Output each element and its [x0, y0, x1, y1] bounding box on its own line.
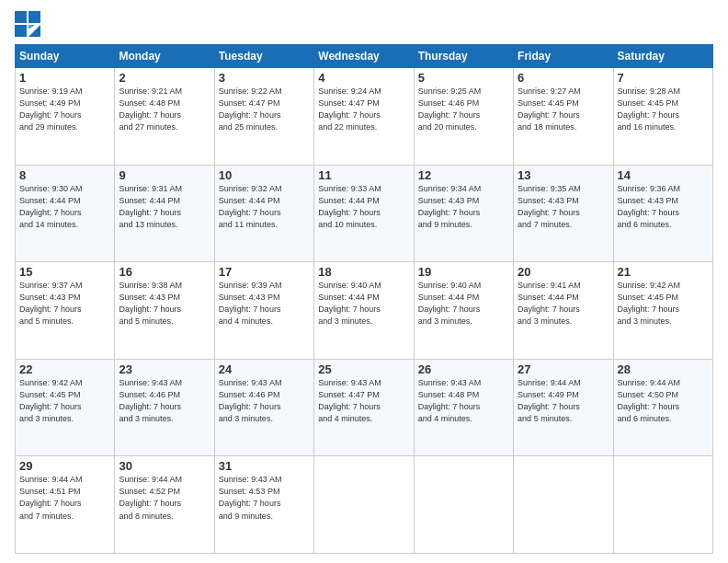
calendar-cell: 26Sunrise: 9:43 AM Sunset: 4:48 PM Dayli…	[414, 359, 513, 456]
day-info: Sunrise: 9:44 AM Sunset: 4:51 PM Dayligh…	[19, 474, 110, 522]
day-info: Sunrise: 9:41 AM Sunset: 4:44 PM Dayligh…	[518, 280, 609, 327]
calendar-cell: 20Sunrise: 9:41 AM Sunset: 4:44 PM Dayli…	[514, 262, 613, 360]
day-number: 14	[618, 168, 709, 182]
calendar-cell: 12Sunrise: 9:34 AM Sunset: 4:43 PM Dayli…	[414, 165, 513, 262]
day-number: 27	[518, 362, 609, 376]
day-info: Sunrise: 9:44 AM Sunset: 4:52 PM Dayligh…	[119, 474, 210, 522]
calendar-cell: 15Sunrise: 9:37 AM Sunset: 4:43 PM Dayli…	[16, 262, 115, 360]
svg-rect-0	[15, 11, 27, 23]
calendar-table: SundayMondayTuesdayWednesdayThursdayFrid…	[15, 44, 713, 554]
logo	[15, 11, 42, 37]
day-number: 28	[618, 362, 709, 376]
calendar-cell: 23Sunrise: 9:43 AM Sunset: 4:46 PM Dayli…	[115, 359, 214, 456]
day-number: 22	[19, 362, 110, 376]
day-number: 15	[19, 265, 110, 279]
calendar-cell	[514, 456, 613, 554]
day-number: 19	[418, 265, 509, 279]
calendar-cell: 4Sunrise: 9:24 AM Sunset: 4:47 PM Daylig…	[314, 68, 414, 166]
svg-marker-4	[28, 25, 35, 29]
day-info: Sunrise: 9:35 AM Sunset: 4:43 PM Dayligh…	[518, 183, 609, 231]
day-number: 24	[219, 362, 310, 376]
calendar-week-5: 29Sunrise: 9:44 AM Sunset: 4:51 PM Dayli…	[16, 456, 713, 554]
calendar-cell: 19Sunrise: 9:40 AM Sunset: 4:44 PM Dayli…	[414, 262, 513, 360]
calendar-cell	[414, 456, 513, 554]
weekday-header-friday: Friday	[514, 45, 613, 68]
day-info: Sunrise: 9:44 AM Sunset: 4:50 PM Dayligh…	[618, 377, 709, 425]
calendar-cell: 17Sunrise: 9:39 AM Sunset: 4:43 PM Dayli…	[214, 262, 313, 360]
weekday-header-saturday: Saturday	[613, 45, 712, 68]
logo-icon	[15, 11, 40, 37]
day-number: 10	[219, 168, 310, 182]
day-number: 30	[119, 459, 210, 473]
day-info: Sunrise: 9:43 AM Sunset: 4:48 PM Dayligh…	[418, 377, 509, 425]
header	[15, 11, 713, 37]
weekday-header-tuesday: Tuesday	[214, 45, 313, 68]
day-number: 6	[518, 71, 609, 85]
calendar-cell: 30Sunrise: 9:44 AM Sunset: 4:52 PM Dayli…	[115, 456, 214, 554]
weekday-header-wednesday: Wednesday	[314, 45, 414, 68]
calendar-cell: 8Sunrise: 9:30 AM Sunset: 4:44 PM Daylig…	[16, 165, 115, 262]
day-info: Sunrise: 9:31 AM Sunset: 4:44 PM Dayligh…	[119, 183, 210, 231]
day-number: 5	[418, 71, 509, 85]
calendar-body: 1Sunrise: 9:19 AM Sunset: 4:49 PM Daylig…	[16, 68, 713, 554]
day-info: Sunrise: 9:37 AM Sunset: 4:43 PM Dayligh…	[19, 280, 110, 327]
calendar-cell: 24Sunrise: 9:43 AM Sunset: 4:46 PM Dayli…	[214, 359, 313, 456]
calendar-week-3: 15Sunrise: 9:37 AM Sunset: 4:43 PM Dayli…	[16, 262, 713, 360]
day-info: Sunrise: 9:40 AM Sunset: 4:44 PM Dayligh…	[318, 280, 409, 327]
day-number: 20	[518, 265, 609, 279]
day-number: 23	[119, 362, 210, 376]
day-info: Sunrise: 9:30 AM Sunset: 4:44 PM Dayligh…	[19, 183, 110, 231]
day-info: Sunrise: 9:34 AM Sunset: 4:43 PM Dayligh…	[418, 183, 509, 231]
day-info: Sunrise: 9:22 AM Sunset: 4:47 PM Dayligh…	[219, 86, 310, 133]
weekday-header-row: SundayMondayTuesdayWednesdayThursdayFrid…	[16, 45, 713, 68]
calendar-cell: 22Sunrise: 9:42 AM Sunset: 4:45 PM Dayli…	[16, 359, 115, 456]
day-number: 25	[318, 362, 409, 376]
day-number: 26	[418, 362, 509, 376]
day-number: 13	[518, 168, 609, 182]
calendar-cell: 14Sunrise: 9:36 AM Sunset: 4:43 PM Dayli…	[613, 165, 712, 262]
day-info: Sunrise: 9:43 AM Sunset: 4:53 PM Dayligh…	[219, 474, 310, 522]
day-number: 31	[219, 459, 310, 473]
weekday-header-thursday: Thursday	[414, 45, 513, 68]
svg-rect-2	[15, 25, 27, 37]
calendar-cell: 6Sunrise: 9:27 AM Sunset: 4:45 PM Daylig…	[514, 68, 613, 166]
day-info: Sunrise: 9:39 AM Sunset: 4:43 PM Dayligh…	[219, 280, 310, 327]
day-number: 11	[318, 168, 409, 182]
day-info: Sunrise: 9:42 AM Sunset: 4:45 PM Dayligh…	[19, 377, 110, 425]
calendar-cell: 31Sunrise: 9:43 AM Sunset: 4:53 PM Dayli…	[214, 456, 313, 554]
calendar-cell: 21Sunrise: 9:42 AM Sunset: 4:45 PM Dayli…	[613, 262, 712, 360]
day-info: Sunrise: 9:21 AM Sunset: 4:48 PM Dayligh…	[119, 86, 210, 133]
day-number: 29	[19, 459, 110, 473]
day-info: Sunrise: 9:43 AM Sunset: 4:46 PM Dayligh…	[219, 377, 310, 425]
calendar-cell: 10Sunrise: 9:32 AM Sunset: 4:44 PM Dayli…	[214, 165, 313, 262]
calendar-cell: 5Sunrise: 9:25 AM Sunset: 4:46 PM Daylig…	[414, 68, 513, 166]
day-number: 2	[119, 71, 210, 85]
calendar-week-4: 22Sunrise: 9:42 AM Sunset: 4:45 PM Dayli…	[16, 359, 713, 456]
calendar-cell: 2Sunrise: 9:21 AM Sunset: 4:48 PM Daylig…	[115, 68, 214, 166]
calendar-week-1: 1Sunrise: 9:19 AM Sunset: 4:49 PM Daylig…	[16, 68, 713, 166]
day-info: Sunrise: 9:33 AM Sunset: 4:44 PM Dayligh…	[318, 183, 409, 231]
day-info: Sunrise: 9:38 AM Sunset: 4:43 PM Dayligh…	[119, 280, 210, 327]
day-number: 21	[618, 265, 709, 279]
day-number: 9	[119, 168, 210, 182]
day-number: 3	[219, 71, 310, 85]
svg-rect-1	[28, 11, 40, 23]
calendar-cell: 18Sunrise: 9:40 AM Sunset: 4:44 PM Dayli…	[314, 262, 414, 360]
calendar-cell	[613, 456, 712, 554]
calendar-cell: 29Sunrise: 9:44 AM Sunset: 4:51 PM Dayli…	[16, 456, 115, 554]
calendar-cell: 3Sunrise: 9:22 AM Sunset: 4:47 PM Daylig…	[214, 68, 313, 166]
day-info: Sunrise: 9:32 AM Sunset: 4:44 PM Dayligh…	[219, 183, 310, 231]
day-number: 18	[318, 265, 409, 279]
calendar-cell: 9Sunrise: 9:31 AM Sunset: 4:44 PM Daylig…	[115, 165, 214, 262]
day-number: 4	[318, 71, 409, 85]
day-info: Sunrise: 9:19 AM Sunset: 4:49 PM Dayligh…	[19, 86, 110, 133]
day-info: Sunrise: 9:24 AM Sunset: 4:47 PM Dayligh…	[318, 86, 409, 133]
weekday-header-sunday: Sunday	[16, 45, 115, 68]
day-info: Sunrise: 9:44 AM Sunset: 4:49 PM Dayligh…	[518, 377, 609, 425]
page: SundayMondayTuesdayWednesdayThursdayFrid…	[0, 0, 728, 563]
calendar-cell: 7Sunrise: 9:28 AM Sunset: 4:45 PM Daylig…	[613, 68, 712, 166]
day-number: 16	[119, 265, 210, 279]
day-info: Sunrise: 9:43 AM Sunset: 4:47 PM Dayligh…	[318, 377, 409, 425]
calendar-cell: 11Sunrise: 9:33 AM Sunset: 4:44 PM Dayli…	[314, 165, 414, 262]
calendar-cell: 25Sunrise: 9:43 AM Sunset: 4:47 PM Dayli…	[314, 359, 414, 456]
